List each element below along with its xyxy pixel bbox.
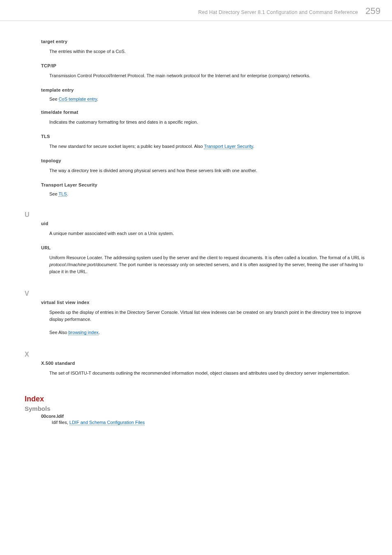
see-suffix: . bbox=[67, 191, 68, 196]
term-tls: TLS bbox=[41, 134, 367, 139]
def-tls: The new standard for secure socket layer… bbox=[49, 143, 367, 150]
tls-prefix: The new standard for secure socket layer… bbox=[49, 144, 204, 149]
term-url: URL bbox=[41, 245, 367, 250]
term-target-entry: target entry bbox=[41, 39, 367, 44]
url-italic: protocol://machine:port/document bbox=[49, 262, 116, 267]
section-letter-v: V bbox=[25, 290, 367, 297]
term-uid: uid bbox=[41, 221, 367, 226]
term-x500-standard: X.500 standard bbox=[41, 361, 367, 366]
index-heading: Index bbox=[25, 395, 367, 403]
header-doc-title: Red Hat Directory Server 8.1 Configurati… bbox=[198, 9, 358, 15]
see-suffix: . bbox=[97, 97, 98, 101]
see-prefix: See bbox=[49, 97, 59, 101]
index-line-00core-ldif: ldif files, LDIF and Schema Configuratio… bbox=[52, 420, 367, 425]
link-transport-layer-security[interactable]: Transport Layer Security bbox=[204, 144, 253, 149]
seealso-virtual-list-view-index: See Also browsing index. bbox=[49, 329, 367, 336]
term-time-date-format: time/date format bbox=[41, 110, 367, 115]
tls-suffix: . bbox=[253, 144, 254, 149]
def-tcpip: Transmission Control Protocol/Internet P… bbox=[49, 72, 367, 79]
section-letter-u: U bbox=[25, 211, 367, 219]
def-target-entry: The entries within the scope of a CoS. bbox=[49, 48, 367, 55]
content-area: target entry The entries within the scop… bbox=[0, 21, 392, 441]
link-ldif-schema-config-files[interactable]: LDIF and Schema Configuration Files bbox=[69, 420, 145, 425]
seealso-prefix: See Also bbox=[49, 330, 68, 335]
page-header: Red Hat Directory Server 8.1 Configurati… bbox=[0, 0, 392, 21]
seealso-suffix: . bbox=[99, 330, 100, 335]
index-term-00core-ldif: 00core.ldif bbox=[41, 414, 367, 419]
def-topology: The way a directory tree is divided amon… bbox=[49, 167, 367, 174]
section-letter-x: X bbox=[25, 351, 367, 358]
see-prefix: See bbox=[49, 191, 58, 196]
page-number: 259 bbox=[365, 6, 380, 16]
index-line-prefix: ldif files, bbox=[52, 420, 69, 425]
url-prefix: Uniform Resource Locater. The addressing… bbox=[49, 255, 364, 260]
link-browsing-index[interactable]: browsing index bbox=[68, 330, 98, 335]
term-topology: topology bbox=[41, 158, 367, 163]
link-cos-template-entry[interactable]: CoS template entry bbox=[59, 97, 97, 102]
def-time-date-format: Indicates the customary formatting for t… bbox=[49, 119, 367, 126]
see-template-entry: See CoS template entry. bbox=[49, 97, 367, 101]
def-x500-standard: The set of ISO/ITU-T documents outlining… bbox=[49, 370, 367, 377]
term-virtual-list-view-index: virtual list view index bbox=[41, 300, 367, 305]
index-subheading: Symbols bbox=[25, 405, 367, 412]
term-tcpip: TCP/IP bbox=[41, 63, 367, 68]
see-transport-layer-security: See TLS. bbox=[49, 191, 367, 196]
def-uid: A unique number associated with each use… bbox=[49, 230, 367, 237]
link-tls[interactable]: TLS bbox=[58, 191, 67, 197]
def-virtual-list-view-index: Speeds up the display of entries in the … bbox=[49, 309, 367, 323]
term-transport-layer-security: Transport Layer Security bbox=[41, 182, 367, 187]
term-template-entry: template entry bbox=[41, 88, 367, 92]
def-url: Uniform Resource Locater. The addressing… bbox=[49, 254, 367, 275]
